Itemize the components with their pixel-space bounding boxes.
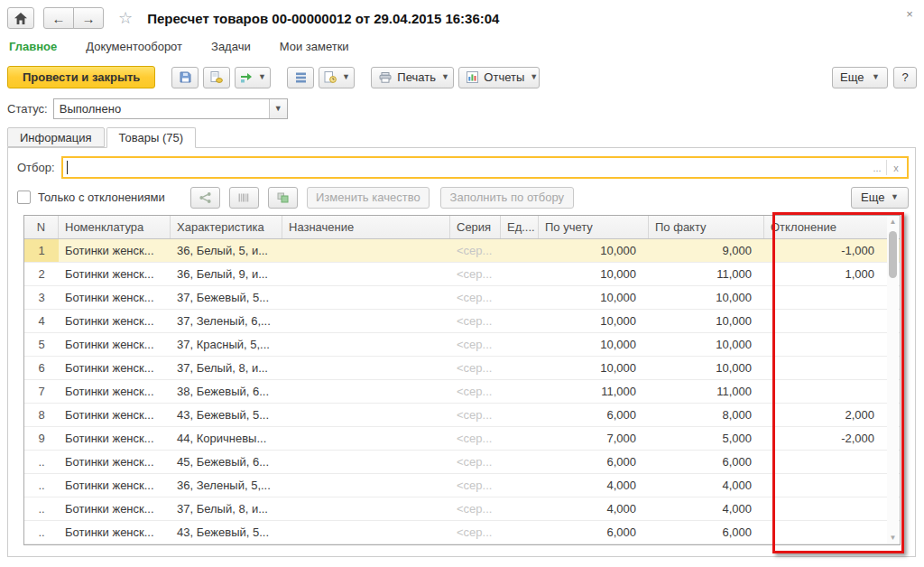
menu-item-docflow[interactable]: Документооборот	[86, 40, 182, 53]
cell-characteristic: 44, Коричневы...	[171, 427, 282, 450]
table-row[interactable]: 6 Ботинки женск... 37, Белый, 8, и... <с…	[24, 357, 900, 380]
more-label: Еще	[861, 191, 884, 204]
scroll-up-icon[interactable]: ▲	[887, 217, 899, 228]
table-row[interactable]: 1 Ботинки женск... 36, Белый, 5, и... <с…	[24, 239, 900, 263]
column-header-characteristic[interactable]: Характеристика	[171, 216, 282, 238]
more-button-table[interactable]: Еще ▼	[851, 187, 909, 209]
table-row[interactable]: 4 Ботинки женск... 37, Зеленый, 6,... <с…	[24, 310, 900, 333]
scrollbar-thumb[interactable]	[889, 231, 897, 278]
menu-item-main[interactable]: Главное	[9, 40, 57, 53]
structure-button[interactable]	[287, 67, 314, 88]
cell-accounted: 6,000	[539, 404, 649, 426]
column-header-accounted[interactable]: По учету	[539, 216, 649, 238]
tab-goods[interactable]: Товары (75)	[106, 127, 196, 148]
help-button[interactable]: ?	[893, 67, 917, 88]
cell-actual: 10,000	[649, 333, 764, 356]
column-header-series[interactable]: Серия	[450, 216, 501, 238]
save-icon	[180, 71, 191, 83]
print-label: Печать	[397, 70, 436, 84]
share-icon	[199, 192, 211, 203]
column-header-actual[interactable]: По факту	[649, 216, 764, 238]
column-header-purpose[interactable]: Назначение	[282, 216, 450, 238]
cell-number: ..	[24, 521, 59, 544]
table-row[interactable]: 2 Ботинки женск... 36, Белый, 9, и... <с…	[24, 263, 900, 286]
cell-nomenclature: Ботинки женск...	[59, 239, 171, 262]
cell-accounted: 4,000	[539, 474, 649, 497]
column-header-n[interactable]: N	[24, 216, 59, 238]
only-deviations-checkbox[interactable]	[17, 191, 31, 204]
back-button[interactable]: ←	[43, 7, 74, 29]
vertical-scrollbar[interactable]: ▲ ▼	[887, 217, 899, 544]
filter-input[interactable]: ... x	[61, 156, 909, 179]
cell-number: 6	[24, 357, 59, 379]
cell-purpose	[282, 239, 450, 262]
cell-purpose	[282, 451, 450, 473]
table-row[interactable]: .. Ботинки женск... 43, Бежевый, 5... <с…	[24, 521, 900, 544]
menu-item-notes[interactable]: Мои заметки	[280, 40, 349, 53]
report-chart-icon	[467, 71, 478, 83]
help-question-icon: ?	[901, 70, 908, 84]
document-clock-icon	[324, 71, 337, 83]
table-row[interactable]: .. Ботинки женск... 45, Бежевый, 6... <с…	[24, 451, 900, 474]
printer-icon	[379, 72, 392, 83]
forward-button[interactable]: →	[73, 7, 104, 29]
share-rows-button[interactable]	[190, 187, 220, 209]
cell-accounted: 4,000	[539, 497, 649, 520]
cell-unit	[501, 263, 539, 285]
change-history-button[interactable]: ▼	[319, 67, 355, 88]
reports-button[interactable]: Отчеты ▼	[458, 67, 540, 88]
cell-accounted: 10,000	[539, 333, 649, 356]
table-row[interactable]: .. Ботинки женск... 36, Зеленый, 5,... <…	[24, 474, 900, 497]
dropdown-caret-icon: ▼	[441, 73, 449, 81]
cell-accounted: 6,000	[539, 451, 649, 473]
cell-actual: 11,000	[649, 263, 764, 285]
filter-choose-button[interactable]: ...	[868, 163, 886, 173]
status-combobox[interactable]: Выполнено ▼	[53, 98, 288, 119]
cell-actual: 10,000	[649, 310, 764, 332]
cell-number: 5	[24, 333, 59, 356]
cell-purpose	[282, 404, 450, 426]
copy-rows-button[interactable]	[268, 187, 298, 209]
status-row: Статус: Выполнено ▼	[7, 98, 288, 119]
post-document-button[interactable]	[203, 67, 230, 88]
cell-deviation	[764, 333, 889, 356]
cell-deviation	[764, 474, 889, 497]
barcode-scanner-button[interactable]	[229, 187, 259, 209]
filter-clear-button[interactable]: x	[887, 163, 905, 173]
scroll-down-icon[interactable]: ▼	[887, 533, 899, 544]
column-header-deviation[interactable]: Отклонение	[764, 216, 889, 238]
cell-purpose	[282, 474, 450, 497]
table-row[interactable]: 3 Ботинки женск... 37, Бежевый, 5... <се…	[24, 286, 900, 310]
back-arrow-icon: ←	[52, 11, 66, 26]
cell-number: 3	[24, 286, 59, 309]
cell-nomenclature: Ботинки женск...	[59, 263, 171, 285]
tab-information[interactable]: Информация	[7, 127, 105, 147]
fill-by-filter-button[interactable]: Заполнить по отбору	[440, 187, 574, 209]
cell-actual: 4,000	[649, 474, 764, 497]
cell-series: <сер...	[450, 427, 501, 450]
change-quality-button[interactable]: Изменить качество	[307, 187, 430, 209]
dropdown-caret-icon: ▼	[872, 73, 880, 81]
table-row[interactable]: 8 Ботинки женск... 43, Бежевый, 5... <се…	[24, 404, 900, 427]
menu-item-tasks[interactable]: Задачи	[211, 40, 251, 53]
cell-actual: 5,000	[649, 427, 764, 450]
save-button[interactable]	[171, 67, 199, 88]
table-row[interactable]: .. Ботинки женск... 37, Белый, 8, и... <…	[24, 497, 900, 521]
print-button[interactable]: Печать ▼	[371, 67, 454, 88]
more-button-toolbar[interactable]: Еще ▼	[832, 67, 888, 88]
tab-bar: Информация Товары (75)	[7, 127, 198, 148]
close-window-button[interactable]: ×	[902, 7, 917, 21]
create-based-on-button[interactable]: ▼	[235, 67, 271, 88]
column-header-unit[interactable]: Ед....	[501, 216, 539, 238]
home-button[interactable]	[7, 7, 34, 29]
table-row[interactable]: 7 Ботинки женск... 38, Бежевый, 6... <се…	[24, 380, 900, 404]
table-row[interactable]: 5 Ботинки женск... 37, Красный, 5,... <с…	[24, 333, 900, 357]
sections-menu: Главное Документооборот Задачи Мои замет…	[9, 40, 349, 53]
cell-characteristic: 37, Белый, 8, и...	[171, 357, 282, 379]
favorite-star-icon[interactable]: ☆	[118, 8, 133, 28]
post-and-close-button[interactable]: Провести и закрыть	[7, 66, 155, 88]
column-header-nomenclature[interactable]: Номенклатура	[59, 216, 171, 238]
cell-unit	[501, 427, 539, 450]
combo-dropdown-button[interactable]: ▼	[269, 99, 287, 118]
table-row[interactable]: 9 Ботинки женск... 44, Коричневы... <сер…	[24, 427, 900, 451]
